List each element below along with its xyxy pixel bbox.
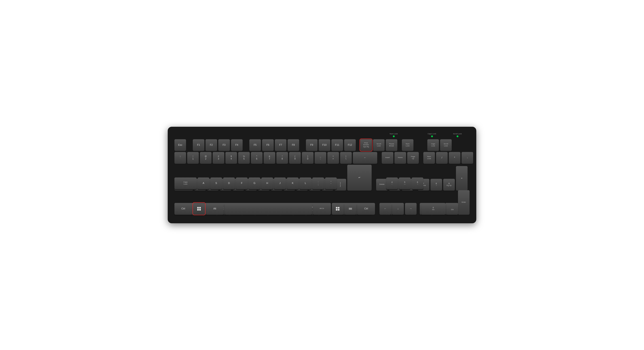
key-g[interactable]: G bbox=[249, 177, 260, 189]
key-num8[interactable]: 8 ↑ bbox=[430, 179, 442, 190]
key-7[interactable]: & 7 bbox=[264, 152, 275, 164]
scrolllock-led bbox=[456, 135, 458, 137]
key-l[interactable]: L bbox=[300, 177, 311, 189]
keyboard: Num Lock Caps Lock Scroll Lock bbox=[168, 127, 476, 223]
key-num-del[interactable]: . Del bbox=[446, 203, 458, 215]
key-f10[interactable]: F10 bbox=[319, 139, 330, 151]
key-s[interactable]: S bbox=[210, 177, 222, 189]
windows-icon bbox=[197, 207, 201, 211]
key-8[interactable]: * 8 bbox=[276, 152, 288, 164]
key-backtick[interactable]: ~ ` bbox=[174, 152, 186, 164]
key-enter[interactable]: ↵ bbox=[347, 165, 372, 190]
key-printscreen[interactable]: Print Screen Sys Rq bbox=[360, 139, 372, 151]
key-left-ctrl[interactable]: Ctrl bbox=[174, 203, 192, 215]
key-left-alt[interactable]: Alt bbox=[206, 203, 224, 215]
key-5[interactable]: % 5 bbox=[238, 152, 250, 164]
key-num4[interactable]: 4 ← bbox=[386, 177, 398, 189]
key-home[interactable]: Home bbox=[394, 152, 406, 164]
key-num-enter[interactable]: Enter bbox=[458, 190, 470, 215]
key-f5[interactable]: F5 bbox=[249, 139, 261, 151]
key-f11[interactable]: F11 bbox=[332, 139, 343, 151]
key-left-win[interactable] bbox=[193, 203, 205, 215]
numlock-led-label: Num Lock bbox=[390, 133, 398, 135]
key-scrolllock2[interactable]: Scroll Lock bbox=[440, 139, 452, 151]
capslock-led-label: Caps Lock bbox=[428, 133, 436, 135]
key-f7[interactable]: F7 bbox=[275, 139, 286, 151]
key-right-ctrl[interactable]: Ctrl bbox=[357, 203, 375, 215]
key-numlock[interactable]: Num Lock bbox=[402, 139, 414, 151]
keyboard-body: Num Lock Caps Lock Scroll Lock bbox=[174, 133, 470, 215]
key-k[interactable]: K bbox=[287, 177, 298, 189]
key-equals[interactable]: + = bbox=[327, 152, 339, 164]
key-h[interactable]: H bbox=[262, 177, 273, 189]
key-capslock-indicator[interactable]: Caps Lock bbox=[427, 139, 439, 151]
key-num-slash[interactable]: / bbox=[436, 152, 448, 164]
key-6[interactable]: ^ 6 bbox=[251, 152, 262, 164]
key-num-minus[interactable]: - bbox=[462, 152, 473, 164]
key-1[interactable]: ! 1 bbox=[187, 152, 199, 164]
numlock-led bbox=[393, 135, 395, 137]
key-esc-label: Esc bbox=[178, 143, 182, 146]
windows-icon-right bbox=[336, 207, 340, 211]
key-esc[interactable]: Esc bbox=[174, 139, 186, 151]
key-altgr[interactable]: Alt Gr bbox=[313, 203, 331, 215]
bottom-row: Ctrl Alt Alt Gr bbox=[174, 203, 470, 215]
key-f12[interactable]: F12 bbox=[344, 139, 356, 151]
key-f[interactable]: F bbox=[236, 177, 248, 189]
key-d[interactable]: D bbox=[223, 177, 235, 189]
key-num-plus[interactable]: + bbox=[456, 166, 468, 190]
key-num0[interactable]: 0 Ins bbox=[421, 203, 446, 215]
number-row: ~ ` ! 1 @ 2 # 3 $ 4 % 5 bbox=[174, 152, 470, 164]
key-left[interactable]: ← bbox=[380, 203, 391, 215]
key-f3[interactable]: F3 bbox=[218, 139, 230, 151]
key-num5[interactable]: 5 — bbox=[399, 177, 410, 189]
key-space[interactable] bbox=[225, 203, 312, 215]
key-minus[interactable]: _ - bbox=[314, 152, 326, 164]
key-f8[interactable]: F8 bbox=[288, 139, 299, 151]
key-num-asterisk[interactable]: * bbox=[449, 152, 460, 164]
key-backslash[interactable]: | \ bbox=[340, 152, 352, 164]
key-f2[interactable]: F2 bbox=[206, 139, 217, 151]
key-right[interactable]: → bbox=[405, 203, 416, 215]
key-pageup[interactable]: Page Up bbox=[407, 152, 419, 164]
key-insert[interactable]: Insert bbox=[382, 152, 393, 164]
key-pause[interactable]: Pause Break bbox=[386, 139, 397, 151]
key-num6[interactable]: 6 → bbox=[412, 177, 423, 189]
key-4[interactable]: $ 4 bbox=[226, 152, 237, 164]
key-f6[interactable]: F6 bbox=[262, 139, 274, 151]
key-j[interactable]: J bbox=[274, 177, 286, 189]
key-f1[interactable]: F1 bbox=[193, 139, 204, 151]
key-semicolon[interactable]: : ; bbox=[312, 177, 324, 189]
key-a[interactable]: A bbox=[198, 177, 209, 189]
key-0[interactable]: ) 0 bbox=[302, 152, 314, 164]
key-scrolllock[interactable]: Scroll Lock bbox=[373, 139, 384, 151]
key-3[interactable]: # 3 bbox=[213, 152, 224, 164]
led-indicators: Num Lock Caps Lock Scroll Lock bbox=[174, 133, 470, 138]
key-backspace[interactable]: ← bbox=[353, 152, 377, 164]
key-right-win[interactable] bbox=[332, 203, 344, 215]
key-9[interactable]: ( 9 bbox=[289, 152, 301, 164]
scrolllock-led-label: Scroll Lock bbox=[453, 133, 462, 135]
key-num-numlock[interactable]: Num Lock bbox=[423, 152, 435, 164]
menu-icon bbox=[349, 208, 352, 210]
function-key-row: Esc F1 F2 F3 F4 F5 F6 F7 F8 F9 F10 F11 F… bbox=[174, 139, 470, 151]
key-num9[interactable]: 9 Pg Up bbox=[443, 179, 455, 190]
key-menu[interactable] bbox=[344, 203, 356, 215]
key-capslock[interactable]: Caps Lock bbox=[174, 177, 196, 189]
key-f4[interactable]: F4 bbox=[231, 139, 242, 151]
key-down[interactable]: ↓ bbox=[392, 203, 404, 215]
key-2[interactable]: @ 2 bbox=[200, 152, 212, 164]
capslock-led bbox=[431, 135, 433, 137]
key-quote[interactable]: " ' bbox=[325, 177, 337, 189]
key-f9[interactable]: F9 bbox=[306, 139, 318, 151]
